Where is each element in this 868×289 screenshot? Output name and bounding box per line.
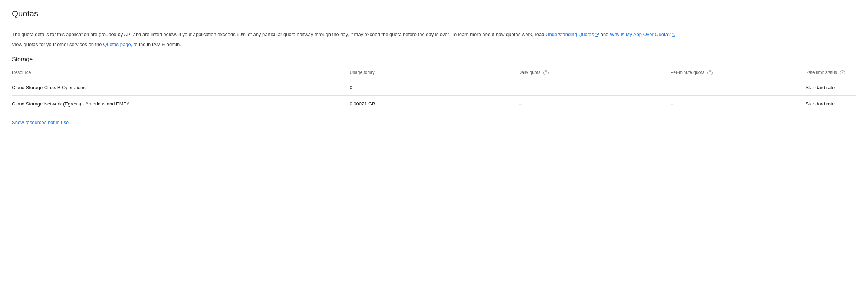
view-quotas-line: View quotas for your other services on t… [12, 42, 856, 47]
quota-table: Resource Usage today Daily quota ? Per-m… [12, 66, 856, 112]
svg-line-1 [673, 33, 675, 35]
cell-resource-0: Cloud Storage Class B Operations [12, 79, 349, 95]
cell-daily-0: -- [519, 79, 671, 95]
table-header-row: Resource Usage today Daily quota ? Per-m… [12, 66, 856, 79]
table-row: Cloud Storage Network (Egress) - America… [12, 95, 856, 112]
col-header-rate-limit-status: Rate limit status ? [805, 66, 856, 79]
page-title: Quotas [12, 9, 856, 25]
cell-usage-0: 0 [349, 79, 518, 95]
col-header-resource: Resource [12, 66, 349, 79]
perminute-quota-help-icon[interactable]: ? [707, 70, 713, 75]
description-text-prefix: The quota details for this application a… [12, 32, 546, 37]
cell-resource-1: Cloud Storage Network (Egress) - America… [12, 95, 349, 112]
daily-quota-help-icon[interactable]: ? [543, 70, 549, 75]
cell-ratelimit-1: Standard rate [805, 95, 856, 112]
external-link-icon-2 [671, 33, 676, 37]
external-link-icon-1 [595, 33, 599, 37]
col-header-daily-quota: Daily quota ? [519, 66, 671, 79]
rate-limit-help-icon[interactable]: ? [840, 70, 845, 75]
quotas-page-link[interactable]: Quotas page [103, 42, 131, 47]
cell-daily-1: -- [519, 95, 671, 112]
view-quotas-suffix: , found in IAM & admin. [131, 42, 181, 47]
description-line1: The quota details for this application a… [12, 31, 856, 39]
cell-usage-1: 0.00021 GB [349, 95, 518, 112]
show-resources-link[interactable]: Show resources not in use [12, 120, 69, 125]
why-over-quota-link[interactable]: Why is My App Over Quota? [610, 32, 676, 37]
description-text-middle: and [599, 32, 610, 37]
col-header-perminute-quota: Per-minute quota ? [670, 66, 805, 79]
col-header-usage-today: Usage today [349, 66, 518, 79]
svg-line-0 [596, 33, 599, 35]
cell-perminute-0: -- [670, 79, 805, 95]
storage-section-title: Storage [12, 56, 856, 63]
view-quotas-prefix: View quotas for your other services on t… [12, 42, 103, 47]
cell-ratelimit-0: Standard rate [805, 79, 856, 95]
page-container: Quotas The quota details for this applic… [0, 0, 868, 134]
understanding-quotas-link[interactable]: Understanding Quotas [546, 32, 599, 37]
table-row: Cloud Storage Class B Operations 0 -- --… [12, 79, 856, 95]
cell-perminute-1: -- [670, 95, 805, 112]
